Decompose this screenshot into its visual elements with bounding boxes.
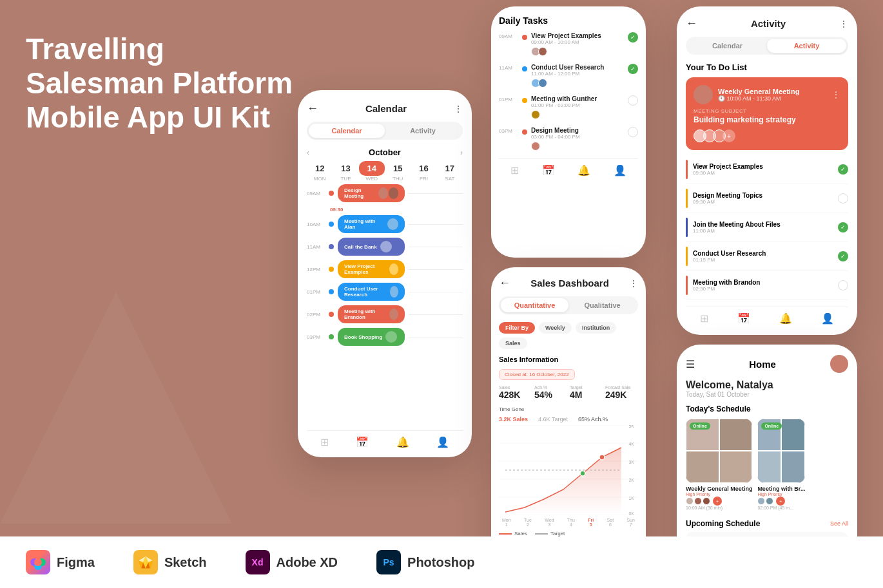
meeting-subject: Building marketing strategy — [694, 115, 840, 124]
cal-day-13[interactable]: 13TUE — [333, 161, 358, 182]
xd-label: Adobe XD — [277, 555, 338, 570]
meeting-more-icon[interactable]: ⋮ — [831, 90, 840, 100]
svg-text:4K: 4K — [628, 442, 634, 446]
tab-activity3[interactable]: Activity — [767, 39, 846, 53]
bell-nav-icon3[interactable]: 🔔 — [779, 312, 792, 325]
welcome-date: Today, Sat 01 October — [686, 391, 848, 398]
svg-marker-0 — [0, 292, 232, 524]
act-check-3[interactable]: ✓ — [838, 222, 848, 232]
tab-activity[interactable]: Activity — [385, 124, 461, 138]
daily-tasks-title: Daily Tasks — [499, 15, 638, 26]
home-header: ☰ Home — [686, 355, 848, 373]
act-check-4[interactable]: ✓ — [838, 251, 848, 261]
phone1-header: ← Calendar ⋮ — [307, 102, 463, 115]
stats-row: Sales 428K Ach.% 54% Target 4M Forcast S… — [499, 385, 638, 400]
schedule-item-4: 12PM View Project Examples — [307, 260, 463, 278]
more-options-icon[interactable]: ⋮ — [454, 104, 463, 114]
todo-title: Your To Do List — [686, 62, 848, 72]
tool-sketch: Sketch — [133, 550, 207, 574]
schedule-item-3: 11AM Call the Bank — [307, 238, 463, 256]
filter-by[interactable]: Filter By — [499, 322, 535, 334]
stat-sales: Sales 428K — [499, 385, 532, 400]
svg-text:1K: 1K — [628, 496, 634, 500]
task-item-2: 11AM Conduct User Research 11:00 AM - 12… — [499, 64, 638, 88]
tab-quantitative[interactable]: Quantitative — [501, 298, 568, 312]
chart-meta: Time Gone — [499, 406, 638, 412]
welcome-text: Welcome, Natalya — [686, 379, 848, 391]
task-check-1[interactable]: ✓ — [628, 32, 638, 43]
act-check-1[interactable]: ✓ — [838, 164, 848, 175]
bell-nav-icon[interactable]: 🔔 — [396, 436, 409, 448]
calendar-nav-icon2[interactable]: 📅 — [542, 164, 555, 176]
figma-icon — [26, 550, 50, 574]
task-check-2[interactable]: ✓ — [628, 64, 638, 74]
phone-sales-dashboard: ← Sales Dashboard ⋮ Quantitative Qualita… — [491, 267, 646, 583]
tab-calendar[interactable]: Calendar — [309, 124, 385, 138]
person-nav-icon3[interactable]: 👤 — [821, 312, 834, 325]
person-nav-icon2[interactable]: 👤 — [614, 164, 626, 176]
grid-nav-icon2[interactable]: ⊞ — [510, 164, 519, 176]
cal-day-12[interactable]: 12MON — [307, 161, 333, 182]
svg-point-20 — [34, 558, 42, 566]
phone3-bottom-nav: ⊞ 📅 🔔 👤 — [686, 307, 848, 325]
calendar-nav: ‹ October › — [307, 147, 463, 157]
stat-target: Target 4M — [570, 385, 603, 400]
phone2-bottom-nav: ⊞ 📅 🔔 👤 — [499, 158, 638, 176]
schedule-cards-row: Online Weekly General Meeting High Prior… — [686, 419, 848, 513]
cal-day-15[interactable]: 15THU — [385, 161, 411, 182]
hamburger-icon[interactable]: ☰ — [686, 358, 695, 370]
act-check-5[interactable] — [838, 280, 848, 290]
tab-qualitative[interactable]: Qualitative — [568, 298, 636, 312]
next-month-icon[interactable]: › — [460, 148, 463, 157]
sketch-icon — [133, 550, 158, 574]
schedule-list: 09AM Design Meeting 09:30 10AM Meeting w… — [307, 184, 463, 430]
grid-nav-icon3[interactable]: ⊞ — [700, 312, 708, 325]
see-all-button[interactable]: See All — [830, 520, 848, 527]
schedule-card-2[interactable]: Online Meeting with Br... High Priority — [757, 419, 805, 513]
sketch-label: Sketch — [164, 555, 207, 570]
phone3-header: ← Activity ⋮ — [686, 17, 848, 30]
schedule-card-1[interactable]: Online Weekly General Meeting High Prior… — [686, 419, 752, 513]
tab-switcher3: Calendar Activity — [686, 37, 848, 55]
cal-day-14-active[interactable]: 14WED — [359, 161, 385, 182]
prev-month-icon[interactable]: ‹ — [307, 148, 309, 157]
meeting-avatar — [694, 85, 713, 104]
cal-day-17[interactable]: 17SAT — [437, 161, 463, 182]
act-check-2[interactable] — [838, 193, 848, 204]
stat-forecast: Forcast Sale 249K — [605, 385, 638, 400]
xd-icon: Xd — [246, 550, 270, 574]
online-badge-1: Online — [690, 422, 710, 430]
back-arrow-icon4[interactable]: ← — [499, 276, 510, 290]
grid-nav-icon[interactable]: ⊞ — [320, 436, 329, 448]
task-check-3[interactable] — [628, 95, 638, 106]
tab-switcher: Calendar Activity — [307, 122, 463, 140]
more-options-icon3[interactable]: ⋮ — [839, 19, 848, 29]
more-options-icon4[interactable]: ⋮ — [629, 278, 638, 289]
filter-institution[interactable]: Institution — [576, 322, 617, 334]
schedule-item-5: 01PM Conduct User Research — [307, 283, 463, 301]
filter-sales[interactable]: Sales — [499, 337, 527, 349]
back-arrow-icon3[interactable]: ← — [686, 17, 697, 30]
meeting-subject-label: MEETING SUBJECT — [694, 108, 840, 114]
schedule-item-7: 03PM Book Shopping — [307, 328, 463, 346]
person-nav-icon[interactable]: 👤 — [436, 436, 449, 448]
calendar-nav-icon[interactable]: 📅 — [356, 436, 369, 448]
activity-task-4: Conduct User Research 01:15 PM ✓ — [686, 242, 848, 271]
online-badge-2: Online — [761, 422, 782, 430]
schedule-item-6: 02PM Meeting with Brandon — [307, 305, 463, 323]
back-arrow-icon[interactable]: ← — [307, 102, 318, 115]
tab-calendar3[interactable]: Calendar — [688, 39, 767, 53]
task-check-4[interactable] — [628, 127, 638, 137]
stat-ach: Ach.% 54% — [534, 385, 567, 400]
calendar-nav-icon3[interactable]: 📅 — [737, 312, 750, 325]
task-item-4: 03PM Design Meeting 03:00 PM - 04:00 PM — [499, 127, 638, 151]
bell-nav-icon2[interactable]: 🔔 — [577, 164, 590, 176]
meeting-time: 🕙 10:00 AM - 11:30 AM — [718, 95, 799, 102]
activity-task-2: Design Meeting Topics 09:30 AM — [686, 184, 848, 213]
figma-label: Figma — [57, 555, 95, 570]
svg-text:2K: 2K — [628, 478, 634, 482]
cal-day-16[interactable]: 16FRI — [411, 161, 436, 182]
home-user-avatar[interactable] — [830, 355, 848, 373]
filter-weekly[interactable]: Weekly — [539, 322, 572, 334]
sales-chart: 5K 4K 3K 2K 1K 0K — [499, 425, 638, 515]
